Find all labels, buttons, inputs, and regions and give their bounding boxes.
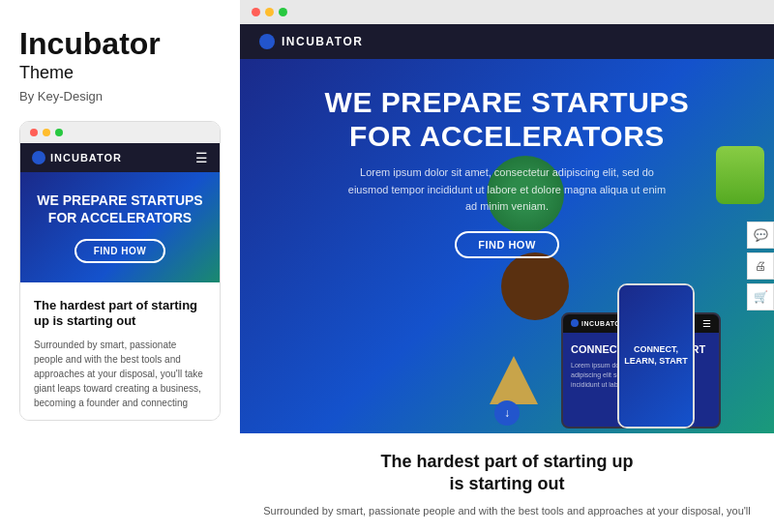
scroll-down-button[interactable]: ↓ [494,400,520,426]
hero-description: Lorem ipsum dolor sit amet, consectetur … [342,164,671,216]
hero-phone-text: CONNECT, LEARN, START [624,344,688,367]
site-hero: CONNECT, LEARN, START INCUBATOR ☰ CONNEC… [240,59,774,433]
mobile-logo-icon [32,151,45,164]
browser-dot-green [279,8,287,16]
hero-phone-screen: CONNECT, LEARN, START [619,285,693,427]
site-bottom-section: The hardest part of starting up is start… [240,433,774,532]
site-bottom-title: The hardest part of starting up is start… [259,451,755,496]
hero-phone-mockup: CONNECT, LEARN, START [617,283,695,429]
website-content: INCUBATOR CONNECT, LEARN, START [240,24,774,532]
browser-dot-red [252,8,260,16]
dot-red [30,129,38,136]
theme-subtitle: Theme [19,63,221,83]
mobile-content-title: The hardest part of starting up is start… [34,298,206,331]
mobile-preview: INCUBATOR ☰ WE PREPARE STARTUPS FOR ACCE… [19,121,221,421]
mobile-hero-title: WE PREPARE STARTUPS FOR ACCELERATORS [34,192,206,226]
browser-dot-yellow [265,8,274,16]
browser-chrome [240,0,774,24]
side-toolbar: 💬 🖨 🛒 [747,222,774,310]
left-panel: Incubator Theme By Key-Design INCUBATOR … [0,0,240,532]
hamburger-icon[interactable]: ☰ [195,150,208,165]
mobile-hero: WE PREPARE STARTUPS FOR ACCELERATORS FIN… [20,172,220,281]
chat-button[interactable]: 💬 [747,222,774,249]
site-logo-icon [259,34,275,49]
mobile-nav: INCUBATOR ☰ [20,143,220,172]
dot-green [55,129,63,136]
site-nav-logo: INCUBATOR [259,34,363,49]
dot-yellow [43,129,50,136]
mobile-content-text: Surrounded by smart, passionate people a… [34,338,206,410]
theme-title: Incubator [19,27,221,61]
site-bottom-text: Surrounded by smart, passionate people a… [259,503,755,520]
right-panel: INCUBATOR CONNECT, LEARN, START [240,0,774,532]
mobile-browser-bar [20,122,220,143]
mobile-content-section: The hardest part of starting up is start… [20,282,220,421]
mobile-nav-logo: INCUBATOR [32,151,122,164]
site-nav: INCUBATOR [240,24,774,59]
hero-title: WE PREPARE STARTUPS FOR ACCELERATORS [325,86,690,153]
mobile-find-button[interactable]: FIND HOW [74,239,166,263]
cart-button[interactable]: 🛒 [747,283,774,310]
print-button[interactable]: 🖨 [747,252,774,280]
theme-author: By Key-Design [19,89,221,103]
hero-find-button[interactable]: FIND HOW [455,231,559,258]
